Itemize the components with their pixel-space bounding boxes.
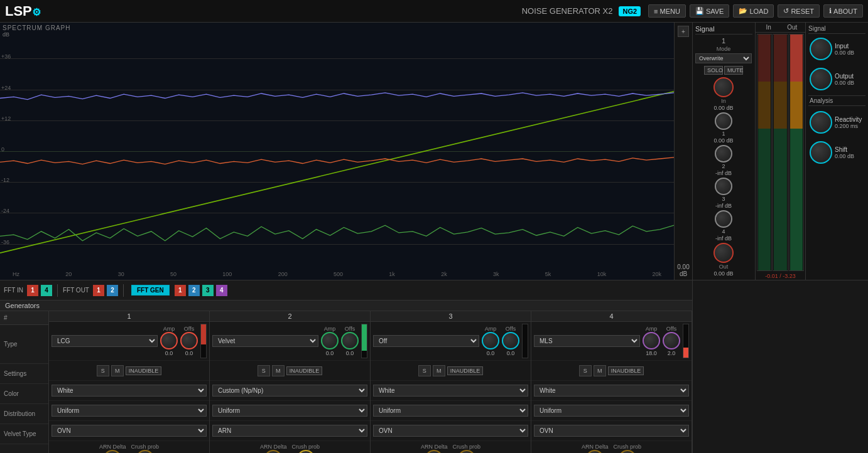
- gen-ch2-offs-knob[interactable]: [341, 332, 359, 349]
- reset-button[interactable]: ↺ RESET: [778, 4, 820, 18]
- signal-ch1-solo-btn[interactable]: SOLO: [704, 66, 723, 75]
- gen-ch1-type-select[interactable]: LCG: [52, 335, 158, 347]
- gen-ch1-amp-val: 0.0: [165, 350, 173, 356]
- signal-ch1-h3: 3 -inf dB: [715, 178, 732, 209]
- save-icon: 💾: [695, 7, 704, 15]
- gen-ch1-arn-knob[interactable]: [104, 450, 121, 453]
- gen-ch1-color-row: White: [49, 381, 209, 401]
- gen-ch3-dist-select[interactable]: Uniform: [373, 405, 528, 417]
- gen-ch3-m-btn[interactable]: M: [433, 365, 445, 376]
- reactivity-row: Reactivity 0.200 ms: [808, 107, 865, 137]
- gen-ch1-m-btn[interactable]: M: [111, 365, 124, 376]
- load-button[interactable]: 📂 LOAD: [733, 4, 774, 18]
- signal-ch1-h4-knob[interactable]: [715, 210, 732, 228]
- gen-ch3-crush-prob-knob[interactable]: [458, 450, 475, 453]
- fft-gen-button[interactable]: FFT GEN: [131, 285, 170, 296]
- fft-out-btn-2[interactable]: 2: [107, 285, 118, 296]
- gen-ch1-amp-knob[interactable]: [160, 332, 178, 349]
- gen-ch3-amp-knob[interactable]: [482, 332, 499, 349]
- gen-ch4-offs-knob[interactable]: [663, 332, 680, 349]
- gen-ch2-offs-val: 0.0: [346, 350, 354, 356]
- fft-gen-btn-4[interactable]: 4: [216, 285, 227, 296]
- gen-ch2-arn-delta: ARN Delta 0.2410: [260, 444, 287, 453]
- right-top: Signal 1 Mode Overwrite SOLO MUTE: [693, 23, 868, 280]
- fft-out-btn-1[interactable]: 1: [93, 285, 104, 296]
- shift-val: 0.00 dB: [835, 153, 854, 159]
- fft-divider-1: [57, 284, 58, 297]
- gen-ch4-m-btn[interactable]: M: [594, 365, 606, 376]
- in-meter-bar: [757, 34, 772, 271]
- menu-button[interactable]: ≡ MENU: [648, 4, 686, 18]
- gen-ch1-inaudible-btn[interactable]: INAUDIBLE: [126, 366, 162, 375]
- gen-ch3-header: 3: [371, 311, 531, 322]
- gen-ch3-s-btn[interactable]: S: [418, 365, 431, 376]
- gen-ch1-crush-prob-knob[interactable]: [136, 450, 154, 453]
- out-header-label: Out: [781, 24, 805, 31]
- gen-ch1-offs-knob[interactable]: [180, 332, 198, 349]
- signal-header: Signal: [695, 25, 752, 35]
- gen-ch1-s-btn[interactable]: S: [97, 365, 109, 376]
- gen-ch2-dist-select[interactable]: Uniform: [212, 405, 367, 417]
- gen-ch2-velvet-select[interactable]: ARN: [212, 425, 367, 437]
- gen-ch2-inaudible-btn[interactable]: INAUDIBLE: [286, 366, 323, 375]
- signal-ch1-in-knob[interactable]: [713, 77, 734, 97]
- gen-ch4-dist-select[interactable]: Uniform: [534, 405, 689, 417]
- fft-in-btn-4[interactable]: 4: [41, 285, 52, 296]
- gen-ch4-velvet-select[interactable]: OVN: [534, 425, 689, 437]
- gen-ch3-arn-knob[interactable]: [425, 450, 443, 453]
- gen-ch4-crush-prob-knob[interactable]: [619, 450, 636, 453]
- about-button[interactable]: ℹ ABOUT: [823, 4, 863, 18]
- gen-ch3-dist-row: Uniform: [371, 401, 531, 421]
- gen-ch4-arn-knob[interactable]: [586, 450, 604, 453]
- inout-meters: [756, 33, 805, 272]
- save-button[interactable]: 💾 SAVE: [690, 4, 730, 18]
- gen-ch1-crush-prob: Crush prob 50.0: [131, 444, 159, 453]
- fft-controls: FFT IN 1 4 FFT OUT 1 2 FFT GEN 1 2 3 4: [0, 280, 692, 300]
- fft-gen-btn-3[interactable]: 3: [202, 285, 214, 296]
- gen-ch1-color-select[interactable]: White: [52, 385, 207, 397]
- gen-ch4-type-select[interactable]: MLS: [534, 335, 640, 347]
- gen-ch3-type-select[interactable]: Off: [373, 335, 479, 347]
- fft-gen-btn-1[interactable]: 1: [175, 285, 186, 296]
- gen-ch3-velvet-select[interactable]: OVN: [373, 425, 528, 437]
- svg-line-0: [0, 92, 674, 253]
- signal-ch1-h1-knob[interactable]: [715, 112, 732, 130]
- signal-ch1-out-knob[interactable]: [713, 243, 734, 263]
- gen-ch4-amp-knob[interactable]: [643, 332, 660, 349]
- gen-ch2-crush-prob-knob[interactable]: [297, 450, 315, 453]
- gen-ch2-type-select[interactable]: Velvet: [212, 335, 318, 347]
- output-knob[interactable]: [810, 68, 832, 90]
- gen-ch2-arn-knob[interactable]: [264, 450, 282, 453]
- reactivity-knob[interactable]: [810, 111, 832, 134]
- gen-ch4-s-btn[interactable]: S: [579, 365, 592, 376]
- signal-label: Signal: [695, 25, 715, 33]
- gen-ch2-s-btn[interactable]: S: [258, 365, 270, 376]
- gen-ch2-m-btn[interactable]: M: [272, 365, 285, 376]
- gen-ch4-inaudible-btn[interactable]: INAUDIBLE: [608, 366, 644, 375]
- gen-ch2-color-select[interactable]: Custom (Np/Np): [212, 385, 367, 397]
- gen-ch3-color-select[interactable]: White: [373, 385, 528, 397]
- spectrum-title: SPECTRUM GRAPH: [3, 24, 70, 31]
- gen-ch4-color-select[interactable]: White: [534, 385, 689, 397]
- signal-ch1-h2-knob[interactable]: [715, 145, 732, 163]
- signal-ch1-mode-select[interactable]: Overwrite: [695, 53, 752, 63]
- signal-ch1-h1: 1 0.00 dB: [713, 112, 733, 144]
- input-knob[interactable]: [810, 38, 832, 60]
- shift-knob[interactable]: [810, 141, 832, 164]
- gen-ch1-arn-delta: ARN Delta 0.5000: [99, 444, 126, 453]
- logo-gear: ⚙: [32, 7, 41, 18]
- gen-channel-3: 3 Off Amp 0.0 Offs: [371, 311, 531, 453]
- gen-ch3-inaudible-btn[interactable]: INAUDIBLE: [447, 366, 484, 375]
- gen-ch3-offs-knob[interactable]: [502, 332, 519, 349]
- gen-ch1-dist-select[interactable]: Uniform: [52, 405, 207, 417]
- gen-ch2-amp-knob[interactable]: [321, 332, 339, 349]
- signal-ch1-mute-btn[interactable]: MUTE: [724, 66, 743, 75]
- gen-ch4-dist-row: Uniform: [531, 401, 692, 421]
- fft-in-btn-1[interactable]: 1: [27, 285, 38, 296]
- fft-gen-btn-2[interactable]: 2: [188, 285, 200, 296]
- signal-ch1-out: Out 0.00 dB: [713, 243, 734, 277]
- signal-ch1-h3-knob[interactable]: [715, 178, 732, 195]
- gen-ch1-velvet-select[interactable]: OVN: [52, 425, 207, 437]
- zoom-in-button[interactable]: +: [678, 26, 689, 37]
- output-val: 0.00 dB: [835, 80, 854, 86]
